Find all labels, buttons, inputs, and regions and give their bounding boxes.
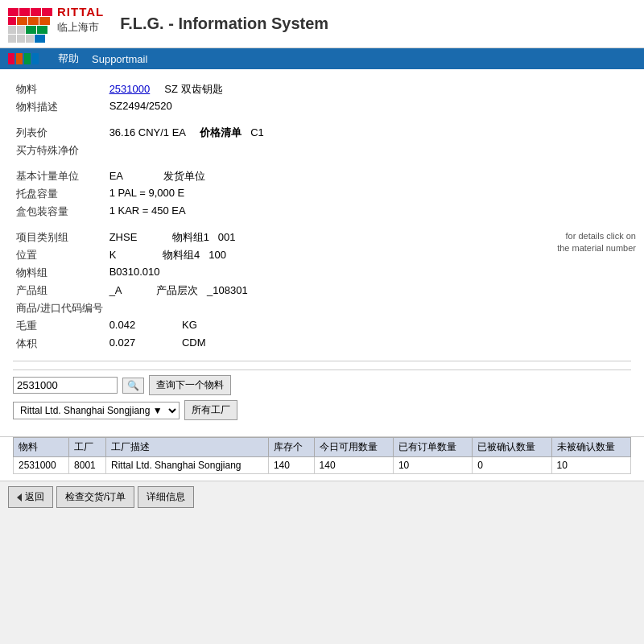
nav-bar: 帮助 Supportmail (0, 48, 644, 69)
logo-sq (8, 8, 19, 16)
material-number-link[interactable]: 2531000 (109, 83, 151, 95)
material-desc-value: SZ2494/2520 (106, 98, 631, 116)
material-search-input[interactable] (13, 377, 118, 394)
ship-unit-label: 发货单位 (163, 170, 205, 182)
location-value: K (109, 249, 117, 261)
material-desc-label: 物料描述 (13, 98, 106, 116)
search-area: 🔍 查询下一个物料 Rittal Ltd. Shanghai Songjiang… (13, 369, 631, 425)
info-table: 物料 2531000 SZ 双齿钥匙 物料描述 SZ2494/2520 列表价 … (13, 80, 631, 353)
logo-sq (17, 26, 25, 34)
nav-stripe (8, 53, 39, 64)
col-confirmed: 已被确认数量 (473, 438, 551, 457)
query-next-button[interactable]: 查询下一个物料 (149, 375, 231, 395)
box-value: 1 KAR = 450 EA (106, 203, 631, 221)
nav-help[interactable]: 帮助 (58, 52, 79, 66)
app-title: F.L.G. - Information System (120, 14, 328, 33)
back-button[interactable]: 返回 (8, 486, 53, 508)
inventory-table: 物料 工厂 工厂描述 库存个 今日可用数量 已有订单数量 已被确认数量 未被确认… (13, 437, 631, 474)
cell-0: 2531000 (14, 457, 69, 474)
project-group-label: 项目类别组 (13, 229, 106, 246)
box-label: 盒包装容量 (13, 203, 106, 221)
logo-sq (8, 17, 16, 25)
check-order-button[interactable]: 检查交货/订单 (56, 486, 134, 508)
mat-group-value: B0310.010 (106, 264, 631, 282)
base-unit-value: EA (109, 170, 123, 182)
nav-support[interactable]: Supportmail (92, 53, 147, 65)
cell-3: 140 (268, 457, 314, 474)
gross-weight-label: 毛重 (13, 317, 106, 335)
cell-1: 8001 (69, 457, 106, 474)
material-label: 物料 (13, 80, 106, 98)
logo-sq (8, 35, 16, 43)
logo-sq (31, 8, 41, 16)
logo-sq (19, 8, 30, 16)
pallet-label: 托盘容量 (13, 185, 106, 203)
product-group-label: 产品组 (13, 282, 106, 299)
factory-select[interactable]: Rittal Ltd. Shanghai Songjiang ▼ (13, 402, 180, 419)
mat-group4-value: 100 (208, 249, 226, 261)
divider1 (13, 361, 631, 361)
city-label: 临上海市 (57, 20, 104, 35)
col-factory: 工厂 (69, 438, 106, 457)
mat-group-label: 物料组 (13, 264, 106, 282)
detail-button[interactable]: 详细信息 (138, 486, 194, 508)
back-arrow-icon (17, 493, 22, 502)
mat-group1-label: 物料组1 (172, 231, 209, 243)
logo-sq (26, 35, 34, 43)
col-material: 物料 (14, 438, 69, 457)
bottom-bar: 返回 检查交货/订单 详细信息 (0, 481, 644, 513)
location-label: 位置 (13, 246, 106, 264)
gross-weight-unit: KG (182, 319, 197, 331)
logo-sq (17, 35, 25, 43)
all-factory-button[interactable]: 所有工厂 (184, 400, 237, 420)
list-price-value: 36.16 CNY/1 EA (109, 126, 186, 138)
gross-weight-value: 0.042 (109, 319, 136, 331)
volume-value: 0.027 (109, 336, 136, 349)
buyer-price-label: 买方特殊净价 (13, 142, 106, 159)
logo-area: RITTAL 临上海市 (8, 5, 104, 43)
cell-4: 140 (314, 457, 393, 474)
mat-group4-label: 物料组4 (163, 249, 200, 261)
material-short-desc: SZ 双齿钥匙 (164, 83, 222, 95)
project-group-value: ZHSE (109, 231, 138, 243)
brand-name: RITTAL (57, 5, 104, 19)
logo-sq (8, 26, 16, 34)
search-icon-button[interactable]: 🔍 (122, 378, 144, 394)
price-list-value: C1 (250, 126, 264, 138)
col-ordered: 已有订单数量 (393, 438, 472, 457)
table-row: 25310008001Rittal Ltd. Shanghai Songjian… (14, 457, 631, 474)
logo-sq (42, 8, 52, 16)
dropdown-row: Rittal Ltd. Shanghai Songjiang ▼ 所有工厂 (13, 400, 631, 420)
data-table-container: 物料 工厂 工厂描述 库存个 今日可用数量 已有订单数量 已被确认数量 未被确认… (0, 436, 644, 481)
volume-unit: CDM (182, 336, 206, 349)
list-price-label: 列表价 (13, 124, 106, 142)
logo-sq (37, 26, 47, 34)
main-content: for details click on the material number… (0, 69, 644, 436)
header: RITTAL 临上海市 F.L.G. - Information System (0, 0, 644, 48)
mat-group1-value: 001 (218, 231, 236, 243)
product-group-value: _A (109, 284, 122, 296)
product-level-value: _108301 (207, 284, 248, 296)
col-stock: 库存个 (268, 438, 314, 457)
cell-5: 10 (393, 457, 472, 474)
search-row: 🔍 查询下一个物料 (13, 375, 631, 395)
logo-sq (26, 26, 36, 34)
logo-sq (35, 35, 45, 43)
product-level-label: 产品层次 (156, 284, 198, 296)
col-available: 今日可用数量 (314, 438, 393, 457)
volume-label: 体积 (13, 335, 106, 353)
cell-6: 0 (473, 457, 551, 474)
logo-sq (17, 17, 27, 25)
cell-2: Rittal Ltd. Shanghai Songjiang (106, 457, 269, 474)
logo-sq (28, 17, 39, 25)
import-code-label: 商品/进口代码编号 (13, 299, 106, 317)
cell-7: 10 (551, 457, 630, 474)
pallet-value: 1 PAL = 9,000 E (106, 185, 631, 203)
price-list-label: 价格清单 (200, 126, 242, 138)
side-note: for details click on the material number (557, 230, 636, 255)
col-factory-desc: 工厂描述 (106, 438, 269, 457)
base-unit-label: 基本计量单位 (13, 167, 106, 185)
col-unconfirmed: 未被确认数量 (551, 438, 630, 457)
logo-sq (39, 17, 50, 25)
